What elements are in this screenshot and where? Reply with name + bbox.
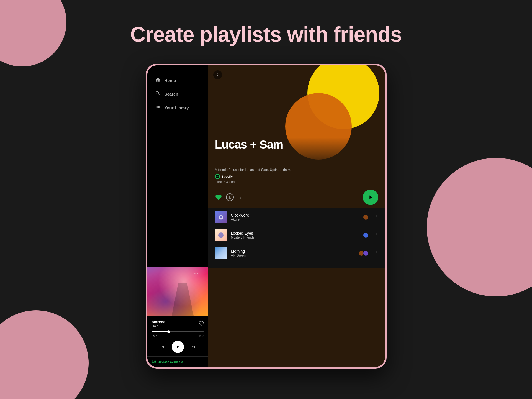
- album-art: UALE: [147, 267, 208, 316]
- track-thumbnail-3: [215, 247, 227, 259]
- track-artist-1: Akurei: [231, 218, 363, 221]
- sidebar-item-search[interactable]: Search: [153, 88, 203, 100]
- devices-icon: [152, 359, 156, 364]
- main-content: Lucas + Sam A blend of music for Lucas a…: [208, 65, 385, 367]
- time-labels: 2:07 -4:27: [147, 333, 208, 339]
- like-button[interactable]: [199, 321, 204, 327]
- track-thumbnail-1: [215, 211, 227, 223]
- main-play-button[interactable]: [363, 190, 378, 205]
- sidebar: Home Search: [147, 65, 208, 367]
- track-row[interactable]: Morning Alx Green: [208, 244, 385, 262]
- track-actions-3: [358, 250, 378, 256]
- sidebar-item-home[interactable]: Home: [153, 74, 203, 87]
- album-art-image: UALE: [147, 267, 208, 316]
- track-details-3: Morning Alx Green: [231, 249, 358, 257]
- sidebar-item-library[interactable]: Your Library: [153, 101, 203, 114]
- sidebar-nav: Home Search: [147, 65, 208, 267]
- playlist-info: A blend of music for Lucas and Sam. Upda…: [208, 165, 385, 208]
- collab-avatar: [363, 214, 369, 220]
- track-name: Morena: [152, 320, 166, 324]
- progress-thumb: [167, 330, 170, 333]
- sidebar-item-label-home: Home: [165, 78, 176, 83]
- devices-label: Devices available: [158, 360, 183, 364]
- spotify-logo: [215, 174, 220, 179]
- time-current: 2:07: [152, 334, 157, 337]
- collab-avatars-3: [358, 250, 369, 256]
- progress-bar[interactable]: [147, 330, 208, 333]
- bg-decoration-bottom-left: [0, 310, 89, 399]
- playlist-meta: 2 likes • 3h 1m: [215, 180, 378, 183]
- collab-avatar: [363, 250, 369, 256]
- hero-section: Lucas + Sam: [208, 65, 385, 165]
- track-details-1: Clockwork Akurei: [231, 213, 363, 221]
- library-icon: [155, 104, 161, 111]
- track-more-button-3[interactable]: [374, 250, 378, 256]
- track-title-3: Morning: [231, 249, 358, 254]
- collab-avatars-2: [363, 232, 369, 238]
- track-more-button-1[interactable]: [374, 214, 378, 220]
- tablet-screen: Home Search: [147, 65, 385, 367]
- track-artist: Uale: [152, 324, 166, 328]
- track-list: Clockwork Akurei: [208, 208, 385, 268]
- playlist-duration: 3h 1m: [226, 180, 235, 183]
- progress-track: [152, 331, 204, 332]
- track-row[interactable]: Locked Eyes Mystery Friends: [208, 226, 385, 244]
- track-artist-2: Mystery Friends: [231, 236, 363, 239]
- track-artist-3: Alx Green: [231, 254, 358, 257]
- spotify-badge: Spotify: [215, 174, 378, 179]
- previous-button[interactable]: [160, 344, 165, 350]
- sidebar-item-label-library: Your Library: [165, 105, 189, 110]
- now-playing-section: UALE Morena Uale: [147, 267, 208, 367]
- time-remaining: -4:27: [197, 334, 204, 337]
- playlist-description: A blend of music for Lucas and Sam. Upda…: [215, 168, 378, 172]
- save-button[interactable]: [215, 194, 222, 201]
- tablet-frame: Home Search: [146, 64, 387, 369]
- next-button[interactable]: [191, 344, 196, 350]
- download-button[interactable]: [226, 193, 234, 201]
- track-details-2: Locked Eyes Mystery Friends: [231, 231, 363, 239]
- collab-avatars-1: [363, 214, 369, 220]
- bg-decoration-right: [427, 158, 532, 296]
- progress-fill: [152, 331, 169, 332]
- track-info: Morena Uale: [147, 316, 208, 330]
- playlist-likes: 2 likes: [215, 180, 223, 183]
- devices-bar[interactable]: Devices available: [147, 356, 208, 367]
- collab-avatar: [363, 232, 369, 238]
- home-icon: [155, 77, 161, 84]
- tablet-device: Home Search: [146, 64, 387, 369]
- spotify-name: Spotify: [222, 175, 233, 178]
- page-headline: Create playlists with friends: [0, 22, 532, 46]
- back-button[interactable]: [213, 70, 222, 79]
- track-title-2: Locked Eyes: [231, 231, 363, 236]
- playlist-title: Lucas + Sam: [215, 138, 283, 151]
- more-options-button[interactable]: [238, 195, 243, 200]
- track-thumbnail-2: [215, 229, 227, 241]
- playback-controls: [147, 339, 208, 356]
- search-icon: [155, 91, 161, 98]
- track-title-1: Clockwork: [231, 213, 363, 218]
- track-actions-1: [363, 214, 378, 220]
- playlist-actions: [215, 186, 378, 208]
- track-more-button-2[interactable]: [374, 232, 378, 238]
- track-row[interactable]: Clockwork Akurei: [208, 208, 385, 226]
- play-pause-button[interactable]: [172, 341, 184, 353]
- sidebar-item-label-search: Search: [165, 92, 178, 96]
- track-actions-2: [363, 232, 378, 238]
